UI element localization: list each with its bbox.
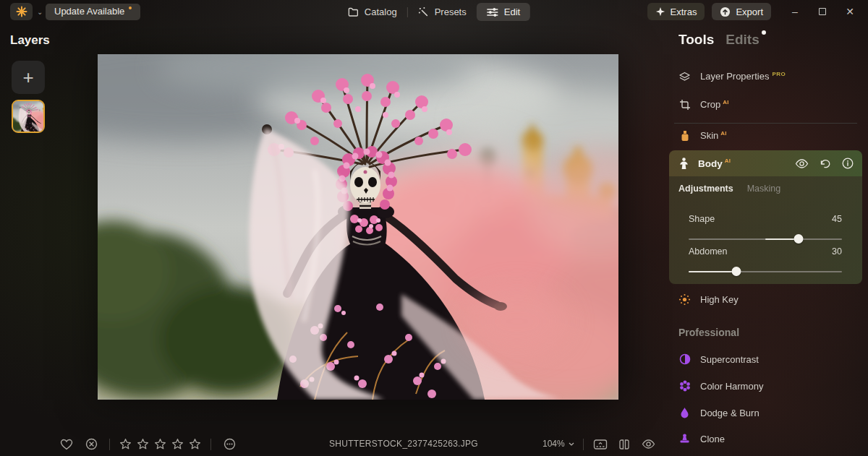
reset-button[interactable] [817,156,832,171]
luminar-star-icon [16,6,27,17]
tab-adjustments[interactable]: Adjustments [678,184,733,194]
notification-dot [129,7,132,9]
star-icon[interactable] [137,438,149,450]
divider [109,439,110,450]
info-button[interactable] [841,156,855,171]
layer-thumbnail-selected[interactable] [12,100,45,133]
divider [210,439,211,450]
tool-label: Dodge & Burn [700,408,760,418]
tab-presets-label: Presets [435,7,467,17]
tool-label: Supercontrast [700,354,759,365]
undo-icon [819,158,830,168]
droplet-icon [680,407,689,418]
tab-edit[interactable]: Edit [477,3,530,21]
favorite-button[interactable] [58,436,75,453]
canvas-image[interactable] [98,54,618,400]
photo [98,54,618,400]
skin-bottle-icon [681,130,689,142]
crop-icon [679,99,691,111]
ellipsis-icon [224,438,236,450]
compare-icon [618,439,630,450]
body-icon [678,158,689,170]
eye-icon [795,159,809,168]
filmstrip-panel-icon [593,439,608,450]
ai-badge: AI [723,99,729,106]
abdomen-slider: Abdomen 30 [689,246,842,276]
tool-label: Color Harmony [700,381,763,392]
body-tool-panel: Adjustments Masking Shape 45 Abdomen 30 [669,176,862,284]
tab-presets[interactable]: Presets [408,3,477,21]
logo-caret-icon[interactable]: ⌄ [37,8,43,16]
slider-handle[interactable] [793,234,803,244]
reject-button[interactable] [82,436,100,453]
info-icon [842,158,854,169]
tool-label: SkinAI [700,130,727,141]
tool-row-dodge-burn[interactable]: Dodge & Burn [669,404,862,421]
slider-track[interactable] [689,234,842,244]
update-available-label: Update Available [54,6,124,17]
slider-label: Abdomen [689,246,728,257]
filename-label: SHUTTERSTOCK_2377425263.JPG [329,439,478,449]
compare-before-after-button[interactable] [616,436,633,453]
chevron-down-icon [569,442,574,446]
tab-tools[interactable]: Tools [678,32,714,48]
edits-notification-dot [762,30,766,35]
flower-icon [679,380,691,392]
folder-icon [348,7,359,17]
star-icon[interactable] [171,438,184,450]
tab-edit-label: Edit [504,7,520,17]
update-available-button[interactable]: Update Available [46,4,140,20]
heart-icon [60,439,73,450]
mode-tabs: Catalog Presets Edit [338,3,530,21]
tab-edits[interactable]: Edits [726,32,759,48]
tool-row-high-key[interactable]: High Key [669,291,862,308]
tool-row-body-active[interactable]: BodyAI [669,150,862,176]
slider-value: 30 [832,246,842,257]
star-icon[interactable] [189,438,201,450]
tab-masking[interactable]: Masking [747,184,781,194]
preview-original-button[interactable] [639,436,657,453]
layer-thumbnail-image [13,101,43,132]
tool-row-crop[interactable]: CropAI [669,96,862,113]
slider-track[interactable] [689,267,842,276]
slider-handle[interactable] [731,267,741,276]
app-logo-button[interactable] [10,3,33,20]
zoom-level-control[interactable]: 104% [542,439,574,449]
tool-label: Layer PropertiesPRO [700,71,786,82]
wand-icon [418,7,429,17]
more-options-button[interactable] [221,436,238,453]
add-layer-button[interactable]: + [12,61,45,94]
eye-icon [642,439,655,449]
layers-icon [678,72,691,82]
high-key-icon [678,293,691,306]
plus-icon: + [22,68,33,87]
star-icon[interactable] [119,438,132,450]
ai-badge: AI [720,130,727,137]
tab-catalog[interactable]: Catalog [338,3,407,21]
layers-panel-title: Layers [10,33,50,48]
tool-row-skin[interactable]: SkinAI [669,127,862,145]
tools-panel: Tools Edits Layer PropertiesPRO CropAI [669,0,862,456]
tool-row-color-harmony[interactable]: Color Harmony [669,377,862,395]
divider [583,439,584,450]
sparkle-icon [655,7,665,17]
professional-section-label: Professional [678,327,739,338]
shape-slider: Shape 45 [689,214,842,244]
tab-catalog-label: Catalog [365,7,397,17]
star-icon[interactable] [154,438,166,450]
contrast-icon [679,353,691,365]
star-rating [119,438,201,450]
pro-badge: PRO [772,71,786,77]
tool-row-layer-properties[interactable]: Layer PropertiesPRO [669,68,862,85]
body-tool-label: BodyAI [698,158,731,169]
slider-value: 45 [832,214,842,224]
tool-label: CropAI [700,99,729,110]
filmstrip-toggle-button[interactable] [592,436,609,453]
divider [674,123,857,124]
slider-label: Shape [689,214,715,224]
bottom-bar: SHUTTERSTOCK_2377425263.JPG 104% [0,432,868,456]
tool-row-supercontrast[interactable]: Supercontrast [669,350,862,368]
visibility-toggle[interactable] [794,156,809,171]
tool-label: High Key [700,294,739,305]
sliders-icon [487,7,498,17]
